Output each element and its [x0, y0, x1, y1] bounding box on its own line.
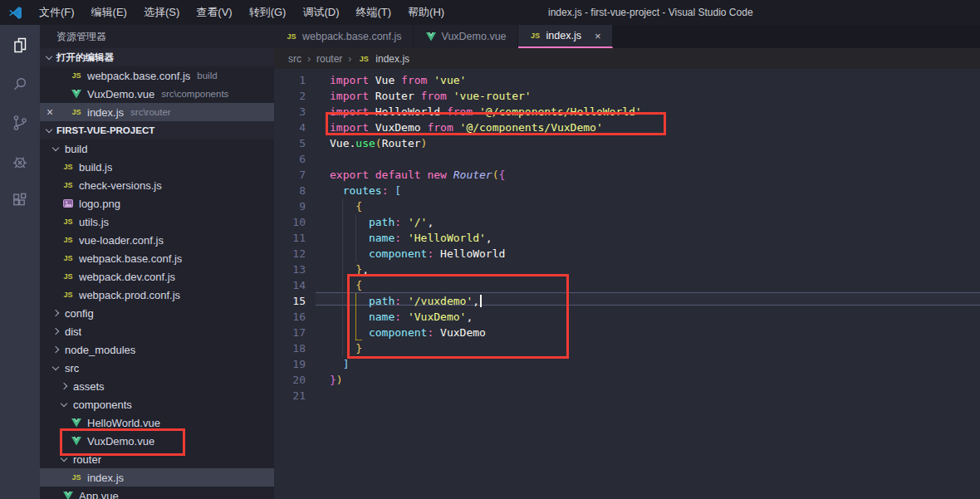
code-line[interactable]: 15 path: '/vuxdemo', [274, 293, 980, 309]
file-tree: buildJSbuild.jsJScheck-versions.jslogo.p… [40, 139, 274, 499]
open-editor-item[interactable]: VuxDemo.vuesrc\components [40, 85, 274, 103]
breadcrumb[interactable]: src›router›JSindex.js [274, 48, 980, 69]
code-text: { [330, 198, 362, 214]
chevron-right-icon [52, 328, 59, 335]
code-line[interactable]: 7export default new Router({ [274, 167, 980, 183]
open-editor-item[interactable]: JSwebpack.base.conf.jsbuild [40, 66, 274, 85]
code-line[interactable]: 4import VuxDemo from '@/components/VuxDe… [274, 120, 980, 135]
code-line[interactable]: 6 [274, 151, 980, 167]
tree-item-webpack-base-conf-js[interactable]: JSwebpack.base.conf.js [40, 249, 274, 267]
tree-item-logo-png[interactable]: logo.png [40, 194, 274, 213]
tree-item-build[interactable]: build [40, 139, 274, 158]
tree-item-dist[interactable]: dist [40, 322, 274, 340]
tree-item-helloworld-vue[interactable]: HelloWorld.vue [40, 413, 274, 432]
tab-vuxdemo-vue[interactable]: VuxDemo.vue [414, 25, 518, 48]
code-text: path: '/vuxdemo', [330, 293, 482, 309]
open-editor-item[interactable]: ×JSindex.jssrc\router [40, 103, 274, 121]
code-line[interactable]: 8 routes: [ [274, 183, 980, 198]
menu-item-debug[interactable]: 调试(D) [294, 0, 347, 25]
file-name: HelloWorld.vue [87, 417, 160, 429]
js-file-icon: JS [61, 271, 75, 282]
activity-explorer[interactable] [0, 25, 40, 64]
code-line[interactable]: 12 component: HelloWorld [274, 246, 980, 262]
close-icon[interactable]: × [47, 103, 53, 121]
tree-item-check-versions-js[interactable]: JScheck-versions.js [40, 176, 274, 194]
code-editor[interactable]: 1import Vue from 'vue'2import Router fro… [274, 69, 980, 499]
js-file-icon: JS [70, 70, 83, 81]
line-number: 14 [274, 277, 306, 293]
code-line[interactable]: 1import Vue from 'vue' [274, 72, 980, 88]
tree-item-node-modules[interactable]: node_modules [40, 340, 274, 359]
activity-search[interactable] [0, 64, 40, 103]
menu-item-goto[interactable]: 转到(G) [241, 0, 295, 25]
breadcrumb-item[interactable]: router [316, 53, 342, 65]
open-editor-name: webpack.base.conf.js [87, 70, 190, 82]
code-line[interactable]: 20}) [274, 372, 980, 388]
tab-index-js[interactable]: JSindex.js× [518, 25, 613, 48]
menu-item-help[interactable]: 帮助(H) [399, 0, 453, 25]
activity-debug[interactable] [0, 142, 40, 181]
breadcrumb-item[interactable]: index.js [375, 53, 409, 65]
chevron-down-icon [46, 126, 52, 133]
code-line[interactable]: 2import Router from 'vue-router' [274, 88, 980, 104]
tab-webpack-base-conf-js[interactable]: JSwebpack.base.conf.js [274, 25, 414, 48]
chevron-right-icon [61, 383, 67, 389]
menu-item-file[interactable]: 文件(F) [31, 0, 83, 25]
code-line[interactable]: 18 } [274, 340, 980, 356]
tree-item-vuxdemo-vue[interactable]: VuxDemo.vue [40, 432, 274, 450]
tree-item-router[interactable]: router [40, 450, 274, 468]
code-text: routes: [ [330, 183, 401, 198]
tree-item-src[interactable]: src [40, 359, 274, 377]
line-number: 13 [274, 262, 306, 277]
code-line[interactable]: 14 { [274, 277, 980, 293]
tree-item-app-vue[interactable]: App.vue [40, 487, 274, 499]
tree-item-components[interactable]: components [40, 395, 274, 413]
code-text: import Router from 'vue-router' [330, 88, 532, 104]
folder-name: assets [73, 380, 105, 393]
code-line[interactable]: 5Vue.use(Router) [274, 135, 980, 151]
tree-item-build-js[interactable]: JSbuild.js [40, 158, 274, 176]
open-editors-header[interactable]: 打开的编辑器 [40, 48, 274, 66]
folder-name: node_modules [65, 344, 135, 356]
files-icon [10, 35, 30, 55]
activity-extensions[interactable] [0, 181, 40, 220]
code-text: import VuxDemo from '@/components/VuxDem… [330, 120, 603, 135]
tree-item-utils-js[interactable]: JSutils.js [40, 213, 274, 231]
activity-bar [0, 25, 40, 499]
breadcrumb-item[interactable]: src [288, 53, 301, 65]
close-icon[interactable]: × [595, 30, 601, 42]
code-line[interactable]: 16 name: 'VuxDemo', [274, 309, 980, 325]
code-line[interactable]: 11 name: 'HelloWorld', [274, 230, 980, 246]
code-line[interactable]: 19 ] [274, 356, 980, 372]
editor-group: JSwebpack.base.conf.jsVuxDemo.vueJSindex… [274, 25, 980, 499]
file-name: VuxDemo.vue [87, 435, 154, 448]
menu-item-edit[interactable]: 编辑(E) [83, 0, 135, 25]
tree-item-vue-loader-conf-js[interactable]: JSvue-loader.conf.js [40, 231, 274, 249]
js-file-icon: JS [61, 161, 75, 173]
sidebar-title: 资源管理器 [40, 25, 274, 48]
tree-item-config[interactable]: config [40, 304, 274, 322]
code-line[interactable]: 13 }, [274, 262, 980, 277]
code-line[interactable]: 10 path: '/', [274, 214, 980, 230]
folder-name: dist [65, 325, 81, 338]
activity-source-control[interactable] [0, 103, 40, 142]
tree-item-index-js[interactable]: JSindex.js [40, 468, 274, 487]
tree-item-webpack-prod-conf-js[interactable]: JSwebpack.prod.conf.js [40, 286, 274, 304]
menu-item-selection[interactable]: 选择(S) [135, 0, 188, 25]
file-name: build.js [79, 161, 112, 174]
line-number: 9 [274, 198, 306, 214]
code-text: Vue.use(Router) [330, 135, 427, 151]
vue-file-icon [61, 490, 75, 499]
menu-item-terminal[interactable]: 终端(T) [347, 0, 399, 25]
project-header[interactable]: FIRST-VUE-PROJECT [40, 121, 274, 139]
code-line[interactable]: 17 component: VuxDemo [274, 325, 980, 340]
tree-item-webpack-dev-conf-js[interactable]: JSwebpack.dev.conf.js [40, 267, 274, 286]
menu-item-view[interactable]: 查看(V) [188, 0, 240, 25]
file-name: logo.png [79, 198, 120, 210]
tree-item-assets[interactable]: assets [40, 377, 274, 395]
line-number: 4 [274, 120, 306, 135]
code-line[interactable]: 9 { [274, 198, 980, 214]
code-line[interactable]: 21 [274, 388, 980, 404]
line-number: 18 [274, 340, 306, 356]
code-line[interactable]: 3import HelloWorld from '@/components/He… [274, 104, 980, 120]
